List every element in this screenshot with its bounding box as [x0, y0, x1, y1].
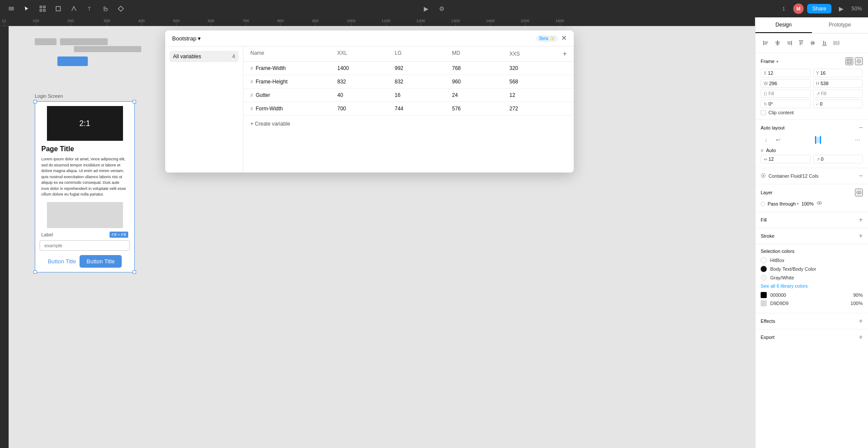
color-opacity-1: 90%	[853, 292, 863, 298]
pen-tool-icon[interactable]	[68, 3, 80, 15]
w-input[interactable]: W 296	[761, 79, 811, 88]
settings-icon[interactable]: ⚙	[436, 3, 448, 15]
y-input[interactable]: Y 16	[813, 69, 863, 77]
cell-name-3: # Form-Width	[250, 106, 337, 112]
frame-expand-icon[interactable]: ▾	[776, 59, 778, 64]
cell-xxs-3[interactable]: 272	[509, 106, 567, 112]
hand-tool-icon[interactable]	[99, 3, 111, 15]
ruler-tick-1500: 1500	[521, 19, 529, 26]
sc-see-all[interactable]: See all 6 library colors	[761, 283, 863, 289]
resize-handle-tr[interactable]	[133, 100, 136, 103]
effects-add-button[interactable]: +	[859, 318, 863, 325]
create-variable-row[interactable]: + Create variable	[243, 116, 574, 132]
layer-mode-button[interactable]: Pass through ▾	[768, 201, 799, 206]
fill-add-button[interactable]: +	[859, 216, 863, 223]
zoom-level[interactable]: 50%	[851, 3, 863, 15]
svg-rect-0	[9, 7, 14, 8]
fill-y-input[interactable]: ↗ Fill	[813, 90, 863, 98]
main-area: 12 100 200 308 400 500 600 700 800 900 1…	[0, 17, 868, 448]
frame-tool-icon[interactable]	[37, 3, 49, 15]
al-bar-2	[820, 136, 821, 144]
distribute-h-button[interactable]	[831, 38, 841, 48]
resize-handle-bl[interactable]	[33, 270, 37, 274]
cell-md-2[interactable]: 24	[452, 92, 509, 98]
label-row: Label Fill × Fill	[40, 232, 130, 240]
layer-visibility-icon[interactable]	[855, 189, 863, 196]
cell-xxs-0[interactable]: 320	[509, 65, 567, 71]
tab-design[interactable]: Design	[755, 17, 812, 33]
ls-btn-outline[interactable]: Button Title	[48, 255, 76, 268]
al-auto-row: ≡ Auto	[761, 148, 863, 153]
frame-target-icon[interactable]	[855, 57, 863, 65]
color-swatch-black[interactable]	[761, 292, 767, 298]
cell-md-3[interactable]: 576	[452, 106, 509, 112]
cell-xxl-1[interactable]: 832	[337, 79, 395, 85]
svg-rect-11	[765, 43, 767, 44]
all-variables-item[interactable]: All variables 4	[170, 51, 239, 62]
align-middle-v-button[interactable]	[808, 38, 818, 48]
figma-menu-icon[interactable]	[5, 3, 17, 15]
component-tool-icon[interactable]	[115, 3, 127, 15]
resize-handle-tl[interactable]	[33, 100, 37, 103]
frame-resize-icon[interactable]	[845, 57, 853, 65]
al-gap-input[interactable]: ⇔ 12	[761, 155, 811, 163]
layer-eye-icon[interactable]	[816, 200, 822, 207]
login-screen: 2:1 Page Title Lorem ipsum dolor sit ame…	[35, 101, 135, 272]
shape-tool-icon[interactable]	[52, 3, 64, 15]
add-column-button[interactable]: +	[563, 50, 567, 58]
al-gap2-input[interactable]: ↗ 0	[813, 155, 863, 163]
cell-lg-3[interactable]: 744	[395, 106, 452, 112]
ls-input[interactable]	[40, 240, 130, 251]
cursor-tool-icon[interactable]	[21, 3, 33, 15]
svg-rect-5	[40, 10, 42, 11]
color-swatch-gray[interactable]	[761, 300, 767, 306]
cell-xxl-0[interactable]: 1400	[337, 65, 395, 71]
text-tool-icon[interactable]: T	[83, 3, 96, 15]
align-top-button[interactable]	[796, 38, 806, 48]
ls-btn-filled[interactable]: Button Title	[80, 255, 122, 268]
al-more-options-button[interactable]: ⋯	[852, 135, 863, 145]
grid-remove-button[interactable]: −	[859, 173, 863, 179]
y-label: Y	[816, 71, 819, 76]
modal-close-button[interactable]: ✕	[561, 35, 567, 42]
cell-xxs-1[interactable]: 568	[509, 79, 567, 85]
col-xxl: XXL	[337, 50, 395, 58]
cell-md-0[interactable]: 768	[452, 65, 509, 71]
al-wrap-button[interactable]: ↩	[773, 135, 783, 145]
align-center-h-button[interactable]	[772, 38, 783, 48]
present-icon[interactable]: ▶	[835, 3, 847, 15]
h-input[interactable]: H 538	[813, 79, 863, 88]
al-header: Auto layout −	[761, 124, 863, 131]
corner-input[interactable]: ⌐ 0	[813, 100, 863, 108]
play-icon[interactable]: ▶	[420, 3, 432, 15]
cell-xxl-2[interactable]: 40	[337, 92, 395, 98]
rotation-input[interactable]: ↻ 0°	[761, 100, 811, 108]
al-spacing-visual	[785, 136, 851, 144]
cell-xxl-3[interactable]: 700	[337, 106, 395, 112]
align-right-button[interactable]	[784, 38, 795, 48]
share-button[interactable]: Share	[807, 4, 831, 13]
al-gap-value: 12	[768, 156, 774, 162]
export-add-button[interactable]: +	[859, 334, 863, 341]
cell-name-1: # Frame-Height	[250, 79, 337, 85]
clip-content-checkbox[interactable]	[761, 110, 766, 115]
modal-header: Bootstrap ▾ Beta ✨ ✕	[165, 30, 574, 46]
al-direction-down-button[interactable]: ↓	[761, 135, 771, 145]
auto-layout-section: Auto layout − ↓ ↩ ⋯	[755, 120, 868, 168]
stroke-add-button[interactable]: +	[859, 232, 863, 239]
align-bottom-button[interactable]	[819, 38, 830, 48]
cell-xxs-2[interactable]: 12	[509, 92, 567, 98]
cell-lg-0[interactable]: 992	[395, 65, 452, 71]
cell-lg-1[interactable]: 832	[395, 79, 452, 85]
al-remove-button[interactable]: −	[859, 124, 863, 131]
fill-x-input[interactable]: ⟨⟩ Fill	[761, 90, 811, 98]
align-left-button[interactable]	[761, 38, 771, 48]
resize-handle-br[interactable]	[133, 270, 136, 274]
ruler-tick-12: 12	[2, 19, 6, 26]
x-input[interactable]: X 12	[761, 69, 811, 77]
fill-header: Fill +	[761, 216, 863, 223]
cell-md-1[interactable]: 960	[452, 79, 509, 85]
color-item-2: D9D9D9 100%	[761, 300, 863, 306]
tab-prototype[interactable]: Prototype	[812, 17, 868, 33]
cell-lg-2[interactable]: 16	[395, 92, 452, 98]
